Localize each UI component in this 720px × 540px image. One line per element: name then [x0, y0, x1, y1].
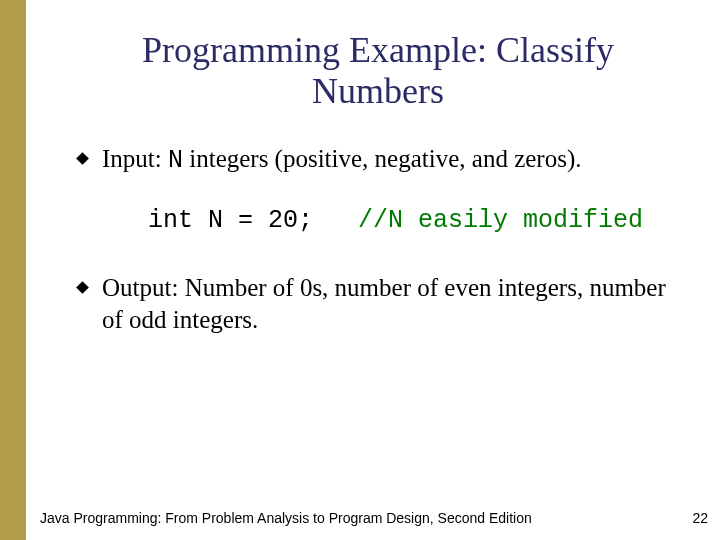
bullet-output: Output: Number of 0s, number of even int… [76, 272, 680, 337]
bullet-input: Input: N integers (positive, negative, a… [76, 143, 680, 238]
footer-text: Java Programming: From Problem Analysis … [40, 510, 532, 526]
input-code-n: N [168, 146, 183, 175]
slide-body: Programming Example: Classify Numbers In… [26, 0, 720, 540]
accent-bar [0, 0, 26, 540]
footer: Java Programming: From Problem Analysis … [40, 510, 710, 526]
slide-title: Programming Example: Classify Numbers [76, 30, 680, 113]
input-prefix: Input: [102, 145, 168, 172]
bullet-list: Input: N integers (positive, negative, a… [76, 143, 680, 337]
page-number: 22 [692, 510, 708, 526]
code-statement: int N = 20; [148, 206, 358, 235]
code-line: int N = 20; //N easily modified [148, 205, 680, 238]
input-rest: integers (positive, negative, and zeros)… [183, 145, 581, 172]
code-comment: //N easily modified [358, 206, 643, 235]
